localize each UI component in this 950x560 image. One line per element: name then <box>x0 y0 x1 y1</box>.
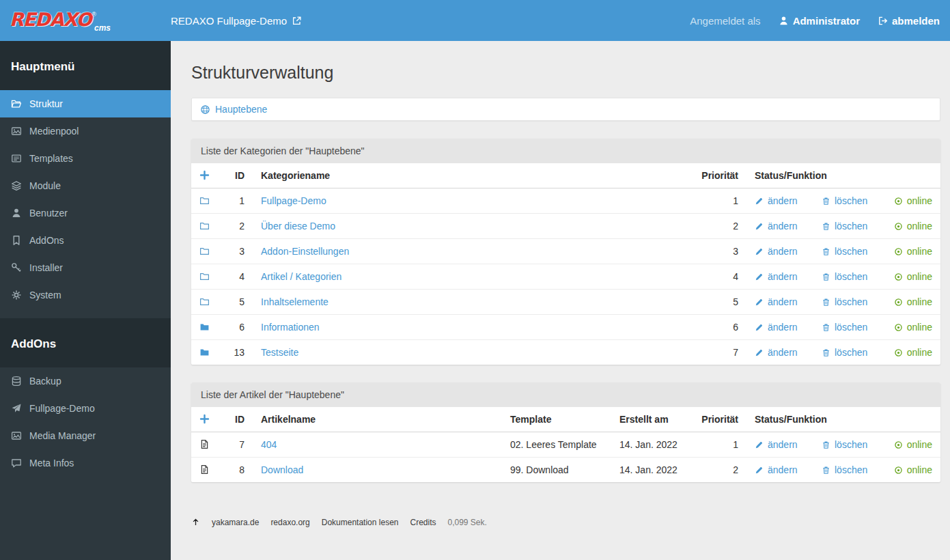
delete-category-link[interactable]: löschen <box>822 271 891 282</box>
col-header-template: Template <box>502 407 611 432</box>
sidebar-section: Hauptmenü Struktur Medienpool Templates … <box>0 41 171 318</box>
article-name-link[interactable]: 404 <box>261 439 277 450</box>
footer-link-redaxo-org[interactable]: redaxo.org <box>270 518 309 527</box>
arrow-up-icon <box>191 518 200 527</box>
user-profile-link[interactable]: Administrator <box>779 15 860 27</box>
scroll-to-top-button[interactable] <box>191 518 200 527</box>
article-created-date: 14. Jan. 2022 <box>611 458 692 483</box>
category-id: 4 <box>220 264 253 290</box>
sidebar-item-module[interactable]: Module <box>0 172 171 199</box>
article-priority: 2 <box>692 458 746 483</box>
sidebar-item-label: Benutzer <box>29 208 68 219</box>
document-icon <box>199 439 210 449</box>
footer-link-credits[interactable]: Credits <box>410 518 436 527</box>
article-status-toggle[interactable]: online <box>894 464 932 475</box>
edit-category-link[interactable]: ändern <box>755 322 822 333</box>
trash-icon <box>822 440 830 449</box>
trash-icon <box>822 247 830 256</box>
online-status-icon <box>894 197 903 206</box>
category-status-toggle[interactable]: online <box>894 347 932 358</box>
category-name-link[interactable]: Über diese Demo <box>261 221 335 232</box>
delete-article-link[interactable]: löschen <box>822 464 891 475</box>
sidebar-item-installer[interactable]: Installer <box>0 254 171 281</box>
edit-category-link[interactable]: ändern <box>755 271 822 282</box>
category-status-toggle[interactable]: online <box>894 322 932 333</box>
external-link-icon <box>292 16 302 26</box>
category-status-toggle[interactable]: online <box>894 221 932 232</box>
online-status-icon <box>894 272 903 281</box>
edit-category-link[interactable]: ändern <box>755 347 822 358</box>
articles-table: ID Artikelname Template Erstellt am Prio… <box>191 407 940 482</box>
category-priority: 7 <box>685 340 746 365</box>
trash-icon <box>822 348 830 357</box>
articles-panel-title: Liste der Artikel der "Hauptebene" <box>191 382 940 407</box>
category-name-link[interactable]: Fullpage-Demo <box>261 195 326 206</box>
delete-category-link[interactable]: löschen <box>822 347 891 358</box>
sidebar-item-icon <box>11 403 22 414</box>
folder-icon <box>199 296 210 307</box>
sidebar-item-icon <box>11 376 22 387</box>
pencil-icon <box>755 197 764 206</box>
edit-category-link[interactable]: ändern <box>755 296 822 307</box>
articles-panel: Liste der Artikel der "Hauptebene" ID Ar… <box>191 382 940 482</box>
delete-category-link[interactable]: löschen <box>822 195 891 206</box>
category-name-link[interactable]: Inhaltselemente <box>261 296 329 307</box>
site-frontend-link[interactable]: REDAXO Fullpage-Demo <box>171 15 302 27</box>
sidebar-item-medienpool[interactable]: Medienpool <box>0 117 171 145</box>
category-name-link[interactable]: Artikel / Kategorien <box>261 271 341 282</box>
col-header-id: ID <box>220 163 253 188</box>
edit-category-link[interactable]: ändern <box>755 221 822 232</box>
category-name-link[interactable]: Addon-Einstellungen <box>261 246 349 257</box>
logout-link[interactable]: abmelden <box>878 15 940 27</box>
sidebar-item-label: System <box>29 290 61 300</box>
redaxo-logo[interactable]: REDAXO®cms <box>0 9 171 33</box>
article-template: 99. Download <box>502 458 611 483</box>
col-header-kategoriename: Kategoriename <box>253 163 685 188</box>
sidebar-item-media-manager[interactable]: Media Manager <box>0 422 171 449</box>
footer-link-yakamara-de[interactable]: yakamara.de <box>212 518 259 527</box>
logout-label: abmelden <box>892 15 940 27</box>
delete-article-link[interactable]: löschen <box>822 439 891 450</box>
add-article-button[interactable] <box>199 414 210 425</box>
category-row: 3 Addon-Einstellungen 3 ändern löschen o… <box>191 239 940 264</box>
sidebar-item-backup[interactable]: Backup <box>0 367 171 395</box>
add-category-button[interactable] <box>199 170 210 181</box>
breadcrumb-root-link[interactable]: Hauptebene <box>215 104 267 115</box>
delete-category-link[interactable]: löschen <box>822 296 891 307</box>
footer-link-dokumentation-lesen[interactable]: Dokumentation lesen <box>322 518 399 527</box>
sidebar-section-title: AddOns <box>0 318 171 367</box>
col-header-erstellt-am: Erstellt am <box>611 407 692 432</box>
plus-icon <box>199 170 210 180</box>
delete-category-link[interactable]: löschen <box>822 246 891 257</box>
edit-article-link[interactable]: ändern <box>755 439 822 450</box>
category-row: 2 Über diese Demo 2 ändern löschen onlin… <box>191 214 940 239</box>
delete-category-link[interactable]: löschen <box>822 322 891 333</box>
sidebar-item-templates[interactable]: Templates <box>0 145 171 172</box>
edit-article-link[interactable]: ändern <box>755 464 822 475</box>
sidebar-item-system[interactable]: System <box>0 281 171 309</box>
sidebar-item-meta-infos[interactable]: Meta Infos <box>0 449 171 477</box>
category-status-toggle[interactable]: online <box>894 296 932 307</box>
category-status-toggle[interactable]: online <box>894 246 932 257</box>
category-status-toggle[interactable]: online <box>894 271 932 282</box>
sidebar-item-benutzer[interactable]: Benutzer <box>0 199 171 227</box>
online-status-icon <box>894 323 903 332</box>
sidebar-section-title: Hauptmenü <box>0 41 171 90</box>
article-name-link[interactable]: Download <box>261 464 303 475</box>
delete-category-link[interactable]: löschen <box>822 221 891 232</box>
category-id: 13 <box>220 340 253 365</box>
article-status-toggle[interactable]: online <box>894 439 932 450</box>
sign-out-icon <box>878 16 888 26</box>
col-header-artikelname: Artikelname <box>253 407 502 432</box>
sidebar-item-fullpage-demo[interactable]: Fullpage-Demo <box>0 395 171 422</box>
sidebar-item-struktur[interactable]: Struktur <box>0 90 171 117</box>
sidebar-item-addons[interactable]: AddOns <box>0 227 171 254</box>
sidebar-item-icon <box>11 126 22 137</box>
sidebar-item-label: Installer <box>29 262 63 273</box>
edit-category-link[interactable]: ändern <box>755 246 822 257</box>
category-name-link[interactable]: Testseite <box>261 347 298 358</box>
online-status-icon <box>894 466 903 475</box>
edit-category-link[interactable]: ändern <box>755 195 822 206</box>
category-status-toggle[interactable]: online <box>894 195 932 206</box>
category-name-link[interactable]: Informationen <box>261 322 320 333</box>
